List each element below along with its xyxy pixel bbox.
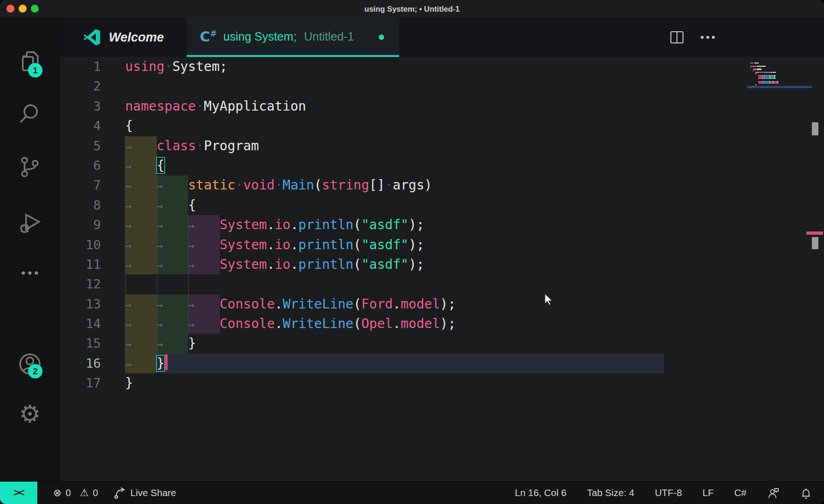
tab-whitespace-arrow: →: [157, 236, 189, 256]
sidebar-item-settings[interactable]: ⚙: [0, 402, 60, 426]
code-token: );: [440, 296, 456, 312]
code-token: ·: [385, 177, 393, 193]
line-number: 1: [60, 57, 125, 77]
overview-ruler-marker[interactable]: [812, 122, 818, 135]
code-line-2[interactable]: 2: [60, 77, 824, 96]
tab-whitespace-arrow: →: [157, 256, 189, 275]
feedback-icon[interactable]: [767, 487, 780, 499]
minimap[interactable]: [750, 63, 811, 89]
live-share-button[interactable]: Live Share: [114, 487, 176, 499]
code-token: args): [393, 177, 432, 193]
encoding[interactable]: UTF-8: [655, 487, 682, 498]
code-line-13[interactable]: 13→→→Console.WriteLine(Ford.model);: [60, 294, 824, 314]
line-content: →→}: [125, 334, 196, 353]
split-editor-icon[interactable]: [670, 31, 684, 44]
tab-whitespace-arrow: →: [157, 176, 189, 196]
code-line-9[interactable]: 9→→→System.io.println("asdf");: [60, 215, 824, 235]
titlebar: using System; • Untitled-1: [0, 0, 824, 18]
code-token: io: [275, 257, 291, 272]
tab-whitespace-arrow: →: [157, 216, 189, 236]
sidebar-item-search[interactable]: [0, 101, 60, 128]
sidebar-item-accounts[interactable]: 2: [0, 350, 60, 379]
matched-bracket: {: [157, 158, 165, 173]
code-token: {: [125, 118, 133, 133]
overview-ruler-marker[interactable]: [812, 237, 818, 249]
tab-whitespace-arrow: →: [125, 256, 157, 275]
matched-bracket: }: [157, 356, 165, 371]
live-share-icon: [114, 487, 126, 499]
code-line-8[interactable]: 8→→{: [60, 196, 824, 215]
code-line-6[interactable]: 6→{: [60, 156, 824, 175]
tab-whitespace-arrow: →: [188, 315, 220, 335]
code-token: println: [298, 257, 353, 272]
line-number: 17: [60, 373, 125, 393]
live-share-label: Live Share: [130, 487, 176, 498]
tab-whitespace-arrow: →: [157, 295, 189, 315]
tab-whitespace-arrow: →: [125, 216, 157, 236]
code-line-14[interactable]: 14→→→Console.WriteLine(Opel.model);: [60, 314, 824, 334]
tab-whitespace-arrow: →: [157, 315, 189, 335]
code-token: ·: [196, 138, 204, 154]
sidebar-item-more-views[interactable]: [0, 265, 60, 283]
line-number: 3: [60, 97, 125, 116]
code-line-12[interactable]: 12: [60, 274, 824, 294]
tab-whitespace-arrow: →: [125, 176, 157, 196]
sidebar-item-source-control[interactable]: [0, 155, 60, 181]
vscode-logo-icon: [83, 28, 101, 47]
code-editor[interactable]: 1using·System;23namespace·MyApplication4…: [60, 57, 824, 482]
code-token: (: [353, 237, 361, 252]
code-line-3[interactable]: 3namespace·MyApplication: [60, 97, 824, 116]
editor-actions: [670, 18, 716, 57]
tab-whitespace-arrow: →: [125, 236, 157, 256]
code-token: );: [408, 237, 424, 252]
code-line-10[interactable]: 10→→→System.io.println("asdf");: [60, 235, 824, 255]
code-token: .: [275, 316, 283, 331]
warning-icon: ⚠: [80, 487, 89, 498]
ellipsis-icon: [17, 265, 43, 281]
line-content: →→static·void·Main(string[]·args): [125, 175, 432, 195]
more-actions-icon[interactable]: [700, 35, 716, 40]
language-mode[interactable]: C#: [734, 487, 747, 498]
code-line-16[interactable]: 16→}: [60, 354, 824, 373]
remote-indicator[interactable]: ><: [0, 482, 37, 504]
cursor-position[interactable]: Ln 16, Col 6: [515, 487, 567, 498]
modified-dot-icon[interactable]: ●: [378, 29, 385, 44]
sidebar-item-run-debug[interactable]: [0, 209, 60, 237]
code-line-1[interactable]: 1using·System;: [60, 57, 824, 77]
line-content: {: [125, 116, 133, 136]
tab-whitespace-arrow: →: [188, 256, 220, 275]
code-line-4[interactable]: 4{: [60, 116, 824, 136]
code-token: .: [267, 257, 275, 272]
code-token: "asdf": [361, 257, 408, 272]
code-line-11[interactable]: 11→→→System.io.println("asdf");: [60, 255, 824, 274]
line-content: →→{: [125, 196, 196, 215]
code-line-7[interactable]: 7→→static·void·Main(string[]·args): [60, 175, 824, 195]
line-number: 12: [60, 274, 125, 294]
source-control-icon: [18, 155, 42, 179]
code-line-15[interactable]: 15→→}: [60, 334, 824, 353]
tab-size[interactable]: Tab Size: 4: [587, 487, 634, 498]
problems-indicator[interactable]: ⊗ 0 ⚠ 0: [53, 487, 98, 498]
code-token: println: [298, 237, 353, 252]
code-token: .: [267, 237, 275, 252]
tab-using-system[interactable]: C# using System; Untitled-1 ●: [187, 18, 399, 57]
code-lines: 1using·System;23namespace·MyApplication4…: [60, 57, 824, 393]
line-number: 4: [60, 116, 125, 136]
tab-title: using System;: [223, 30, 296, 43]
code-token: System;: [172, 59, 227, 74]
code-line-17[interactable]: 17}: [60, 373, 824, 393]
line-number: 11: [60, 255, 125, 274]
eol-indicator[interactable]: LF: [703, 487, 714, 498]
line-number: 5: [60, 136, 125, 156]
explorer-badge: 1: [28, 63, 42, 77]
minimap-line: [750, 87, 811, 89]
indent-guide: [188, 274, 189, 294]
sidebar-item-explorer[interactable]: 1: [0, 49, 60, 76]
code-line-5[interactable]: 5→class·Program: [60, 136, 824, 156]
notifications-bell-icon[interactable]: [800, 487, 812, 499]
code-token: io: [275, 237, 291, 252]
tab-welcome[interactable]: Welcome: [60, 18, 187, 57]
code-token: Console: [220, 296, 275, 312]
run-debug-icon: [17, 209, 43, 235]
code-token: ·: [235, 177, 243, 193]
